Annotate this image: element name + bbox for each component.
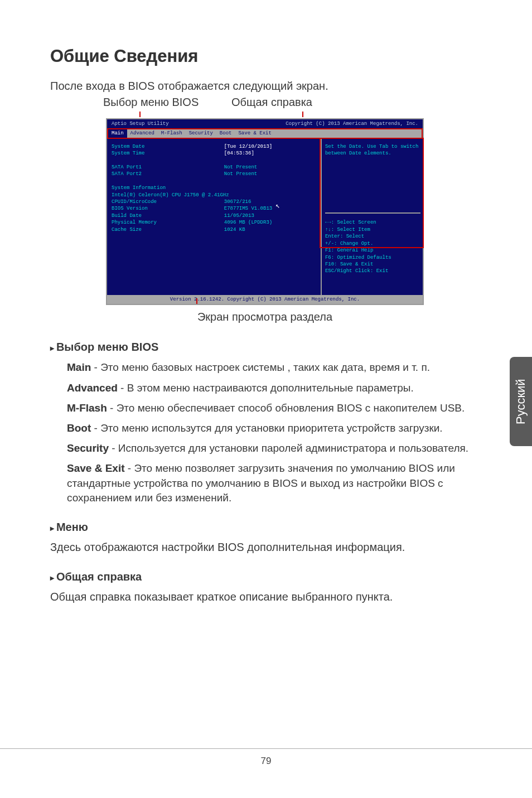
bios-right-panel: Set the Date. Use Tab to switch between … [322,139,423,295]
bios-key: Cache Size [112,226,224,233]
bios-key: SATA Port2 [112,171,224,177]
red-tick-2 [302,112,303,117]
bios-tab-main: Main [108,129,127,137]
bios-key: System Date [112,143,224,150]
bios-key-hint: ↑↓: Select Item [325,226,420,233]
bios-key-hint: Enter: Select [325,233,420,240]
list-item: Advanced - В этом меню настраиваются доп… [67,381,480,395]
bios-footer: Version 2.16.1242. Copyright (C) 2013 Am… [107,295,423,304]
page-number: 79 [0,748,532,767]
screenview-caption: Экран просмотра раздела [50,309,480,325]
bios-key: Build Date [112,212,224,219]
section-text: Общая справка показывает краткое описани… [50,589,480,605]
bios-key: System Time [112,150,224,157]
bios-left-panel: System Date[Tue 12/10/2013] System Time[… [107,139,322,295]
bios-key: BIOS Version [112,205,224,212]
intro-text: После входа в BIOS отображается следующи… [50,79,480,94]
bios-screenshot: Aptio Setup Utility Copyright (C) 2013 A… [106,118,424,305]
section-head-menu2: Меню [50,520,480,535]
bios-header: Aptio Setup Utility Copyright (C) 2013 A… [107,119,423,128]
list-item: Security - Используется для установки па… [67,441,480,456]
section-head-menu: Выбор меню BIOS [50,340,480,355]
list-item: Boot - Это меню использутся для установк… [67,421,480,436]
bios-val: Not Present [224,171,257,177]
bios-key: SATA Port1 [112,164,224,171]
list-item: M-Flash - Это меню обеспечивает способ о… [67,401,480,415]
bios-key-hint: F6: Optimized Defaults [325,254,420,261]
callout-help: Общая справка [231,95,312,110]
bios-tab-security: Security [186,129,216,137]
bios-tab-mflash: M-Flash [158,129,186,137]
bios-help-desc: Set the Date. Use Tab to switch between … [325,143,420,214]
bios-tab-advanced: Advanced [127,129,158,137]
bios-val: 1024 KB [224,226,245,233]
bios-key: Intel(R) Celeron(R) CPU J1750 @ 2.41GHz [112,192,316,199]
bios-key-hint: +/-: Change Opt. [325,240,420,247]
language-tab: Русский [510,357,532,446]
bios-key-hint: F1: General Help [325,247,420,254]
bios-tab-boot: Boot [216,129,235,137]
red-tick-3 [196,298,197,304]
bios-key: System Information [112,185,316,191]
bios-key: CPUID/MicroCode [112,199,224,205]
page-title: Общие Сведения [50,45,480,69]
bios-val: [Tue 12/10/2013] [224,143,272,150]
red-tick-1 [139,112,141,117]
bios-key-hint: F10: Save & Exit [325,261,420,268]
bios-tab-saveexit: Save & Exit [235,129,274,137]
bios-val: 30672/216 [224,199,252,205]
bios-val: 11/05/2013 [224,212,254,219]
bios-val: Not Present [224,164,257,171]
bios-key-hint: ESC/Right Click: Exit [325,268,420,274]
bios-help-keys: ←→: Select Screen ↑↓: Select Item Enter:… [325,214,420,274]
bios-menu-bar: Main Advanced M-Flash Security Boot Save… [107,128,423,138]
bios-footer-text: Version 2.16.1242. Copyright (C) 2013 Am… [170,297,360,302]
bios-header-right: Copyright (C) 2013 American Megatrends, … [286,120,418,127]
callout-menu: Выбор меню BIOS [103,95,231,110]
bios-val: E7877IMS V1.0B13 [224,205,272,212]
bios-header-left: Aptio Setup Utility [112,120,169,127]
bios-val: 4096 MB (LPDDR3) [224,219,272,226]
bios-key: Physical Memory [112,219,224,226]
bios-val: [04:53:36] [224,150,254,157]
section-text: Здесь отображаются настройки BIOS дополн… [50,540,480,555]
cursor-icon: ↖ [275,201,280,211]
language-label: Русский [512,379,529,424]
section-head-help: Общая справка [50,569,480,585]
list-item: Main - Это меню базовых настроек системы… [67,360,480,375]
bios-key-hint: ←→: Select Screen [325,219,420,226]
list-item: Save & Exit - Это меню позволяет загрузи… [67,461,480,505]
